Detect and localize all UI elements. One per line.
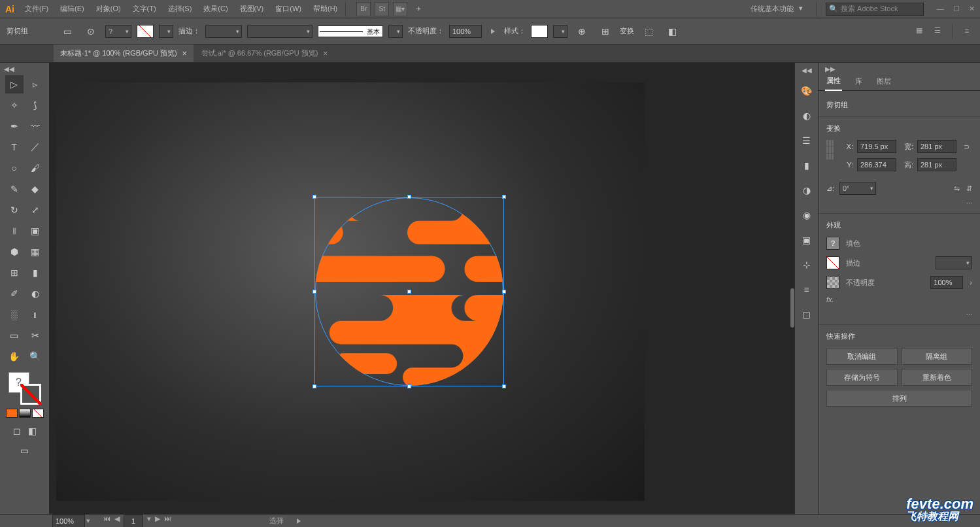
brush-dropdown[interactable] — [247, 25, 313, 38]
list-view-icon[interactable]: ☰ — [931, 24, 944, 37]
slice-tool-icon[interactable]: ✂ — [26, 326, 44, 345]
opacity-flyout-icon[interactable]: › — [970, 279, 972, 286]
stroke-weight-dd[interactable] — [936, 256, 972, 269]
pencil-tool-icon[interactable]: ✎ — [5, 180, 24, 198]
arrange-documents-icon[interactable]: ▦▾ — [393, 2, 407, 16]
menu-object[interactable]: 对象(O) — [91, 0, 126, 18]
symbol-sprayer-tool-icon[interactable]: ░ — [5, 305, 24, 324]
recolor-button[interactable]: 重新着色 — [902, 369, 973, 386]
style-swatch[interactable] — [531, 25, 548, 38]
draw-normal-icon[interactable]: ◻ — [10, 424, 24, 437]
menu-type[interactable]: 文字(T) — [127, 0, 161, 18]
rotate-tool-icon[interactable]: ↻ — [5, 201, 24, 219]
stroke-swatch[interactable] — [137, 25, 154, 38]
handle-bc[interactable] — [407, 384, 411, 388]
align-icon[interactable]: ⊙ — [82, 22, 100, 41]
pen-tool-icon[interactable]: ✒ — [5, 117, 24, 135]
artboard-number-input[interactable] — [124, 515, 143, 528]
prev-artboard-icon[interactable]: ◀ — [114, 515, 120, 528]
menu-view[interactable]: 视图(V) — [235, 0, 269, 18]
zoom-dd-icon[interactable]: ▾ — [86, 517, 90, 525]
gradient-mode-icon[interactable] — [19, 409, 31, 418]
paintbrush-tool-icon[interactable]: 🖌 — [26, 159, 44, 177]
appearance-options-icon[interactable]: ··· — [826, 310, 972, 318]
stroke-weight-dropdown[interactable] — [205, 25, 242, 38]
tab-document-1[interactable]: 未标题-1* @ 100% (RGB/GPU 预览) × — [54, 44, 194, 62]
stock-button[interactable]: St — [375, 2, 389, 16]
artboard-dd-icon[interactable]: ▾ — [147, 515, 151, 528]
draw-behind-icon[interactable]: ◧ — [25, 424, 40, 437]
handle-bl[interactable] — [313, 384, 316, 388]
color-mode-icon[interactable] — [6, 409, 18, 418]
isolate-icon[interactable]: ◧ — [663, 22, 681, 41]
flip-horizontal-icon[interactable]: ⇋ — [954, 184, 960, 193]
first-artboard-icon[interactable]: ⏮ — [103, 515, 110, 528]
selection-tool-icon[interactable]: ▷ — [5, 75, 24, 94]
mesh-tool-icon[interactable]: ⊞ — [5, 264, 24, 282]
menu-select[interactable]: 选择(S) — [163, 0, 197, 18]
stroke-swatch-mini[interactable] — [826, 256, 839, 269]
link-wh-icon[interactable]: ⊃ — [960, 143, 972, 151]
y-input[interactable] — [857, 158, 896, 171]
eraser-tool-icon[interactable]: ◆ — [26, 180, 44, 198]
grid-view-icon[interactable]: ▦ — [913, 24, 926, 37]
shape-icon[interactable]: ⬚ — [639, 22, 658, 41]
reference-point-grid[interactable] — [826, 140, 834, 160]
align-panel-icon[interactable]: ≡ — [799, 282, 815, 298]
ungroup-button[interactable]: 取消编组 — [826, 348, 898, 365]
fx-label[interactable]: fx. — [826, 296, 834, 303]
graphic-styles-panel-icon[interactable]: ▣ — [799, 232, 815, 248]
ellipse-tool-icon[interactable]: ○ — [5, 159, 24, 177]
gradient-tool-icon[interactable]: ▮ — [26, 264, 44, 282]
handle-tr[interactable] — [502, 195, 506, 199]
panel-menu-icon[interactable]: ≡ — [960, 24, 973, 37]
color-guide-panel-icon[interactable]: ◐ — [799, 108, 815, 124]
stroke-swatch-dd[interactable] — [159, 25, 173, 38]
flip-vertical-icon[interactable]: ⇵ — [966, 184, 972, 193]
question-dropdown[interactable]: ? — [105, 25, 131, 38]
line-tool-icon[interactable]: ／ — [26, 138, 44, 156]
last-artboard-icon[interactable]: ⏭ — [164, 515, 171, 528]
hand-tool-icon[interactable]: ✋ — [5, 347, 24, 366]
menu-window[interactable]: 窗口(W) — [270, 0, 307, 18]
toolbox-collapse-icon[interactable]: ◀◀ — [4, 65, 14, 73]
gpu-icon[interactable]: ✈ — [411, 2, 426, 16]
menu-edit[interactable]: 编辑(E) — [55, 0, 90, 18]
width-tool-icon[interactable]: ⫴ — [5, 222, 24, 240]
zoom-tool-icon[interactable]: 🔍 — [26, 347, 44, 366]
appearance-panel-icon[interactable]: ◉ — [799, 207, 815, 223]
status-flyout-icon[interactable] — [297, 518, 301, 524]
tab-close-icon[interactable]: × — [182, 49, 187, 58]
menu-effect[interactable]: 效果(C) — [198, 0, 233, 18]
curvature-tool-icon[interactable]: 〰 — [26, 117, 44, 135]
handle-tc[interactable] — [407, 195, 411, 199]
selection-bounding-box[interactable] — [314, 197, 504, 386]
opacity-input[interactable] — [449, 25, 482, 38]
recolor-icon[interactable]: ⊕ — [573, 22, 591, 41]
panel-collapse-icon[interactable]: ▶▶ — [819, 63, 980, 73]
magic-wand-tool-icon[interactable]: ✧ — [5, 96, 24, 114]
handle-mr[interactable] — [502, 290, 506, 294]
angle-dropdown[interactable]: 0° — [839, 182, 876, 195]
x-input[interactable] — [857, 140, 896, 153]
align-panel-icon[interactable]: ⊞ — [596, 22, 615, 41]
transform-panel-icon[interactable]: ⊹ — [799, 257, 815, 273]
gradient-panel-icon[interactable]: ▮ — [799, 158, 815, 173]
stroke-profile-dd[interactable] — [388, 25, 403, 38]
next-artboard-icon[interactable]: ▶ — [155, 515, 160, 528]
graph-tool-icon[interactable]: ⫾ — [26, 305, 44, 324]
canvas-area[interactable] — [50, 63, 794, 514]
menu-file[interactable]: 文件(F) — [20, 0, 54, 18]
zoom-input[interactable] — [52, 515, 85, 528]
color-panel-icon[interactable]: 🎨 — [799, 83, 815, 99]
direct-selection-tool-icon[interactable]: ▹ — [26, 75, 44, 94]
scrollbar-vertical[interactable] — [790, 288, 794, 328]
perspective-tool-icon[interactable]: ▦ — [26, 243, 44, 261]
opacity-swatch[interactable] — [826, 276, 839, 289]
scale-tool-icon[interactable]: ⤢ — [26, 201, 44, 219]
maximize-button[interactable]: ☐ — [953, 5, 960, 13]
workspace-switcher[interactable]: 传统基本功能 — [747, 1, 807, 16]
tab-library[interactable]: 库 — [854, 73, 864, 90]
transform-options-icon[interactable]: ··· — [826, 199, 972, 207]
tab-properties[interactable]: 属性 — [825, 72, 842, 91]
